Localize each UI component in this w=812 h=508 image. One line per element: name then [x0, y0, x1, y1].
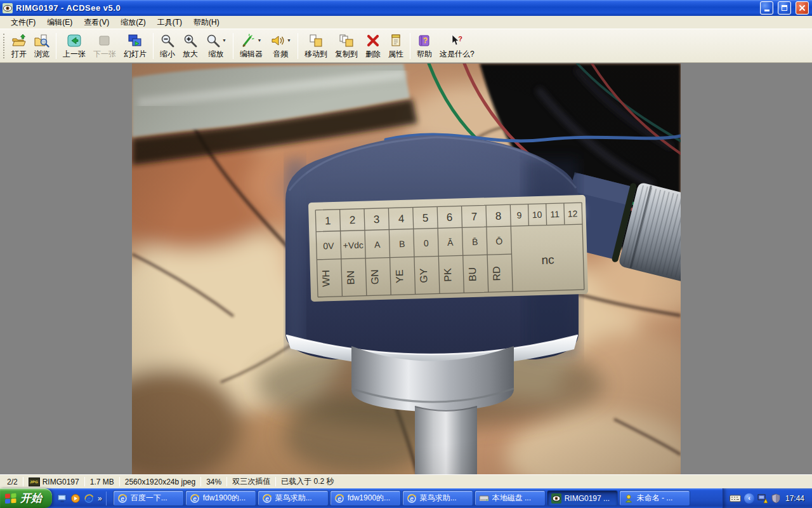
- editor-wand-icon: [240, 34, 256, 48]
- task-label: 本地磁盘 ...: [492, 493, 531, 504]
- toolbar-separator: [56, 33, 56, 59]
- system-tray: ‹ 17:44: [723, 488, 812, 508]
- copy-to-label: 复制到: [335, 49, 358, 60]
- zoom-out-label: 缩小: [160, 49, 175, 60]
- svg-text:e: e: [87, 495, 91, 502]
- toolbar-drag-handle[interactable]: [3, 34, 6, 58]
- taskbar-divider: [106, 491, 107, 505]
- status-image-dimensions: 2560x1920x24b jpeg: [120, 478, 200, 486]
- menu-help[interactable]: 帮助(H): [188, 16, 225, 29]
- properties-icon: [388, 34, 403, 48]
- svg-text:?: ?: [423, 36, 428, 45]
- help-book-icon: ?: [417, 34, 432, 48]
- zoom-out-icon: [160, 34, 175, 48]
- toolbar-separator: [298, 33, 298, 59]
- slideshow-button[interactable]: 幻灯片: [120, 30, 150, 62]
- display-warning-tray-icon[interactable]: [757, 493, 768, 504]
- internet-explorer-icon: e: [262, 493, 272, 504]
- close-button[interactable]: [796, 1, 809, 15]
- delete-label: 删除: [365, 49, 381, 60]
- next-image-button: 下一张: [89, 30, 120, 62]
- move-to-button[interactable]: 移动到: [301, 30, 331, 62]
- image-viewer-canvas[interactable]: 1 2 3 4 5 6 7 8 9 10 11 12 0V: [0, 63, 812, 474]
- properties-button[interactable]: 属性: [384, 30, 407, 62]
- task-button-fdw1900-1[interactable]: e fdw1900的...: [185, 490, 256, 506]
- editor-button[interactable]: ▼ 编辑器: [236, 30, 266, 62]
- menu-file[interactable]: 文件(F): [5, 16, 41, 29]
- photo-vignette: [132, 64, 681, 474]
- task-label: 菜鸟求助...: [275, 493, 312, 504]
- previous-arrow-icon: [67, 34, 82, 48]
- zoom-out-button[interactable]: 缩小: [156, 30, 179, 62]
- input-method-keyboard-icon[interactable]: [730, 495, 741, 502]
- taskbar-clock[interactable]: 17:44: [784, 494, 804, 503]
- start-label: 开始: [20, 491, 42, 505]
- quick-launch-overflow-chevron[interactable]: »: [96, 494, 102, 503]
- browse-label: 浏览: [34, 49, 49, 60]
- delete-x-icon: [365, 34, 381, 48]
- shield-tray-icon[interactable]: [771, 493, 781, 504]
- whats-this-button[interactable]: ? 这是什么?: [436, 30, 478, 62]
- chevron-down-icon[interactable]: ▼: [287, 38, 291, 43]
- task-button-cainiao-1[interactable]: e 菜鸟求助...: [258, 490, 329, 506]
- status-zoom-percent: 34%: [201, 478, 226, 486]
- window-title: RIMG0197 - ACDSee v5.0: [16, 3, 756, 13]
- task-button-acdsee-active[interactable]: RIMG0197 ...: [547, 490, 618, 506]
- tray-collapse-chevron[interactable]: ‹: [744, 493, 754, 504]
- status-image-index: 2/2: [2, 478, 23, 486]
- zoom-in-button[interactable]: 放大: [179, 30, 202, 62]
- internet-explorer-icon: e: [334, 493, 344, 504]
- minimize-button[interactable]: [760, 1, 773, 15]
- zoom-icon: [206, 34, 221, 48]
- task-label: RIMG0197 ...: [565, 494, 610, 503]
- restore-icon: [782, 5, 787, 11]
- task-button-fdw1900-2[interactable]: e fdw1900的...: [330, 490, 401, 506]
- copy-to-button[interactable]: 复制到: [331, 30, 362, 62]
- audio-label: 音频: [273, 49, 288, 60]
- help-label: 帮助: [417, 49, 432, 60]
- status-interpolation: 双三次插值: [227, 476, 275, 487]
- previous-image-button[interactable]: 上一张: [59, 30, 89, 62]
- minimize-icon: [764, 10, 769, 11]
- jpg-file-icon: JPG: [29, 478, 40, 486]
- browse-icon: [34, 34, 49, 48]
- media-player-icon[interactable]: [70, 493, 81, 504]
- menu-edit[interactable]: 编辑(E): [41, 16, 78, 29]
- audio-button[interactable]: ▼ 音频: [266, 30, 295, 62]
- browse-button[interactable]: 浏览: [30, 30, 53, 62]
- taskbar: 开始 e » e 百度一下... e fdw1900的...: [0, 488, 812, 508]
- internet-explorer-icon[interactable]: e: [83, 493, 94, 504]
- open-button[interactable]: 打开: [8, 30, 30, 62]
- toolbar-separator: [233, 33, 233, 59]
- task-button-untitled[interactable]: 未命名 - ...: [619, 490, 690, 506]
- hard-disk-icon: [479, 493, 489, 504]
- help-button[interactable]: ? 帮助: [413, 30, 436, 62]
- acdsee-eye-icon: [3, 3, 13, 13]
- start-button[interactable]: 开始: [0, 488, 52, 508]
- internet-explorer-icon: e: [190, 493, 200, 504]
- restore-button[interactable]: [778, 1, 791, 15]
- menu-zoom[interactable]: 缩放(Z): [115, 16, 151, 29]
- task-button-cainiao-2[interactable]: e 菜鸟求助...: [402, 490, 473, 506]
- delete-button[interactable]: 删除: [362, 30, 384, 62]
- task-label: fdw1900的...: [348, 493, 390, 504]
- open-label: 打开: [11, 49, 27, 60]
- task-label: fdw1900的...: [203, 493, 246, 504]
- task-button-baidu[interactable]: e 百度一下...: [113, 490, 184, 506]
- zoom-menu-button[interactable]: ▼ 缩放: [202, 30, 230, 62]
- toolbar-separator: [153, 33, 154, 59]
- chevron-down-icon[interactable]: ▼: [222, 38, 226, 43]
- svg-text:e: e: [337, 495, 341, 502]
- acdsee-window: RIMG0197 - ACDSee v5.0 文件(F) 编辑(E) 查看(V)…: [0, 0, 812, 508]
- slideshow-label: 幻灯片: [124, 49, 147, 60]
- menu-view[interactable]: 查看(V): [78, 16, 115, 29]
- task-button-local-disk[interactable]: 本地磁盘 ...: [475, 490, 546, 506]
- chevron-down-icon[interactable]: ▼: [257, 38, 261, 43]
- zoom-in-label: 放大: [183, 49, 198, 60]
- svg-text:e: e: [193, 495, 197, 502]
- svg-text:?: ?: [458, 35, 462, 43]
- menu-tools[interactable]: 工具(T): [152, 16, 188, 29]
- zoom-in-icon: [183, 34, 198, 48]
- show-desktop-icon[interactable]: [56, 493, 67, 504]
- zoom-label: 缩放: [208, 49, 223, 60]
